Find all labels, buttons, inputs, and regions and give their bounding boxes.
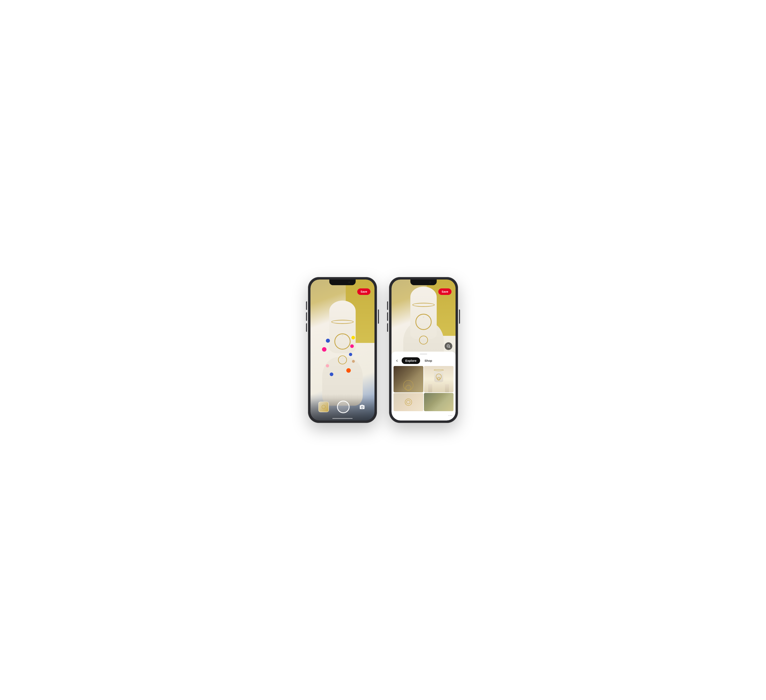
- camera-view-right: Save: [391, 280, 456, 420]
- back-button[interactable]: [395, 359, 399, 363]
- flip-camera-button[interactable]: [358, 403, 367, 411]
- camera-dot-right: [429, 281, 431, 283]
- right-phone: Save: [389, 277, 458, 423]
- thumbnail-preview[interactable]: [318, 401, 329, 412]
- grid-item-2[interactable]: [424, 366, 454, 392]
- notch-left: [329, 280, 356, 285]
- necklace-ring-outer: [334, 333, 351, 349]
- dot-blue-2: [349, 353, 352, 356]
- image-grid: [394, 366, 454, 411]
- necklace-pearl-2-right: [423, 340, 424, 342]
- notch-right: [410, 280, 437, 285]
- save-button-right[interactable]: Save: [438, 288, 451, 295]
- dot-pink-1: [322, 347, 326, 352]
- camera-dot-left: [348, 281, 350, 283]
- bottom-sheet: Explore Shop: [391, 352, 456, 420]
- necklace-collar: [331, 320, 354, 324]
- grid-item-4[interactable]: [424, 393, 454, 411]
- tab-shop[interactable]: Shop: [421, 357, 436, 364]
- right-phone-inner: Save: [391, 280, 456, 420]
- necklace-ring-outer-right: [415, 314, 432, 330]
- svg-line-1: [449, 347, 450, 348]
- home-indicator-right: [413, 418, 434, 419]
- camera-view-left: Save: [310, 280, 375, 420]
- camera-controls-left: [310, 398, 375, 420]
- home-indicator-left: [332, 418, 353, 419]
- page-container: Save: [286, 265, 480, 435]
- left-phone: Save: [308, 277, 377, 423]
- more-dots[interactable]: ···: [448, 413, 453, 418]
- grid-item-3[interactable]: [394, 393, 423, 411]
- sheet-header: Explore Shop: [391, 354, 456, 366]
- grid-item-1[interactable]: [394, 366, 423, 392]
- mannequin-neck-right: [410, 287, 437, 339]
- shutter-button[interactable]: [337, 401, 350, 413]
- necklace-pearl-bottom: [342, 357, 343, 359]
- scene-right: Save: [391, 280, 456, 420]
- necklace-collar-right: [412, 303, 435, 307]
- left-phone-inner: Save: [310, 280, 375, 420]
- lens-search-icon[interactable]: [445, 342, 452, 350]
- tab-group: Explore Shop: [402, 357, 436, 364]
- tab-explore[interactable]: Explore: [402, 357, 420, 364]
- dot-lightpink-1: [326, 364, 329, 367]
- scene-left: Save: [310, 280, 375, 420]
- necklace-ring-inner: [338, 356, 347, 364]
- dot-pink-2: [350, 344, 354, 348]
- save-button-left[interactable]: Save: [357, 288, 370, 295]
